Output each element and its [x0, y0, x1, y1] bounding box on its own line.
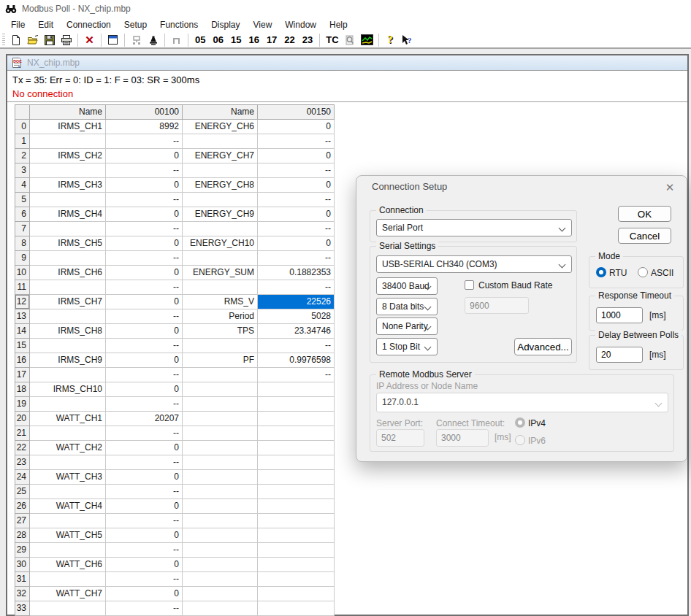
function-06-button[interactable]: 06: [209, 34, 226, 45]
grid-cell[interactable]: 0: [106, 207, 183, 222]
server-port-input[interactable]: [376, 429, 424, 447]
grid-cell[interactable]: ENERGY_CH7: [183, 149, 258, 163]
function-23-button[interactable]: 23: [299, 34, 316, 45]
grid-row-header[interactable]: 15: [15, 339, 30, 353]
grid-cell[interactable]: [30, 193, 106, 207]
grid-cell[interactable]: [258, 485, 335, 499]
function-17-button[interactable]: 17: [263, 34, 280, 45]
grid-row-header[interactable]: 10: [15, 266, 30, 280]
print-button[interactable]: [58, 33, 75, 47]
grid-cell[interactable]: --: [106, 339, 183, 353]
grid-cell[interactable]: 22526: [258, 295, 335, 309]
grid-cell[interactable]: [30, 251, 106, 266]
ascii-radio[interactable]: [638, 267, 648, 277]
display-setup-button[interactable]: [104, 33, 121, 47]
grid-cell[interactable]: Period: [183, 309, 258, 324]
grid-cell[interactable]: [258, 412, 335, 426]
grid-row-header[interactable]: 9: [15, 251, 30, 266]
grid-cell[interactable]: [30, 572, 106, 587]
grid-cell[interactable]: 0: [258, 178, 335, 193]
grid-cell[interactable]: 0: [106, 236, 183, 251]
grid-row-header[interactable]: 22: [15, 441, 30, 455]
grid-row-header[interactable]: 30: [15, 558, 30, 572]
grid-cell[interactable]: ENERGY_CH9: [183, 207, 258, 222]
grid-cell[interactable]: [258, 572, 335, 587]
grid-cell[interactable]: IRMS_CH1: [30, 120, 106, 134]
grid-row-header[interactable]: 3: [15, 163, 30, 178]
delay-input[interactable]: [596, 347, 643, 363]
grid-cell[interactable]: --: [106, 426, 183, 441]
menu-edit[interactable]: Edit: [31, 18, 60, 31]
grid-cell[interactable]: ENERGY_CH6: [183, 120, 258, 134]
test-center-doc-button[interactable]: [342, 33, 359, 47]
grid-cell[interactable]: 0: [258, 236, 335, 251]
grid-column-header[interactable]: Name: [183, 105, 258, 120]
context-help-button[interactable]: ?: [399, 33, 416, 47]
grid-cell[interactable]: [183, 543, 258, 558]
menu-help[interactable]: Help: [323, 18, 354, 31]
grid-cell[interactable]: --: [106, 543, 183, 558]
grid-cell[interactable]: [183, 193, 258, 207]
grid-cell[interactable]: --: [106, 601, 183, 616]
grid-cell[interactable]: [183, 397, 258, 412]
grid-cell[interactable]: 0: [106, 441, 183, 455]
grid-cell[interactable]: --: [258, 222, 335, 236]
grid-row-header[interactable]: 16: [15, 353, 30, 368]
grid-cell[interactable]: [183, 441, 258, 455]
baud-rate-select[interactable]: 38400 Baud: [376, 277, 438, 295]
grid-cell[interactable]: [30, 485, 106, 499]
function-22-button[interactable]: 22: [280, 34, 298, 45]
menu-view[interactable]: View: [247, 18, 279, 31]
grid-cell[interactable]: 5028: [258, 309, 335, 324]
grid-row-header[interactable]: 21: [15, 426, 30, 441]
grid-cell[interactable]: 0: [106, 558, 183, 572]
grid-cell[interactable]: [183, 222, 258, 236]
grid-cell[interactable]: [30, 426, 106, 441]
grid-cell[interactable]: 0: [106, 266, 183, 280]
grid-cell[interactable]: [258, 441, 335, 455]
grid-cell[interactable]: [183, 251, 258, 266]
grid-cell[interactable]: [30, 309, 106, 324]
grid-row-header[interactable]: 26: [15, 499, 30, 514]
ipv4-radio[interactable]: [515, 417, 525, 428]
grid-cell[interactable]: [30, 543, 106, 558]
grid-cell[interactable]: IRMS_CH2: [30, 149, 106, 163]
function-15-button[interactable]: 15: [227, 34, 245, 45]
grid-cell[interactable]: TPS: [183, 324, 258, 339]
grid-cell[interactable]: 0: [106, 353, 183, 368]
grid-cell[interactable]: [183, 470, 258, 485]
grid-cell[interactable]: IRMS_CH3: [30, 178, 106, 193]
grid-row-header[interactable]: 24: [15, 470, 30, 485]
grid-cell[interactable]: 0: [106, 499, 183, 514]
grid-cell[interactable]: [183, 514, 258, 528]
grid-cell[interactable]: [183, 572, 258, 587]
connect-timeout-input[interactable]: [436, 429, 489, 447]
grid-cell[interactable]: 0.9976598: [258, 353, 335, 368]
grid-row-header[interactable]: 1: [15, 134, 30, 149]
grid-cell[interactable]: --: [258, 163, 335, 178]
grid-cell[interactable]: --: [258, 280, 335, 295]
grid-cell[interactable]: [30, 368, 106, 382]
test-center-button[interactable]: TC: [323, 34, 341, 45]
menu-window[interactable]: Window: [278, 18, 323, 31]
grid-row-header[interactable]: 27: [15, 514, 30, 528]
grid-cell[interactable]: [30, 222, 106, 236]
grid-cell[interactable]: WATT_CH4: [30, 499, 106, 514]
grid-cell[interactable]: [183, 485, 258, 499]
quit-connection-button[interactable]: ✕: [81, 33, 98, 47]
grid-cell[interactable]: --: [106, 309, 183, 324]
grid-cell[interactable]: ENERGY_CH8: [183, 178, 258, 193]
grid-row-header[interactable]: 11: [15, 280, 30, 295]
ipv6-radio[interactable]: [515, 435, 525, 445]
grid-cell[interactable]: WATT_CH5: [30, 528, 106, 543]
menu-display[interactable]: Display: [205, 18, 246, 31]
grid-cell[interactable]: ENERGY_SUM: [183, 266, 258, 280]
grid-row-header[interactable]: 29: [15, 543, 30, 558]
grid-cell[interactable]: 0.1882353: [258, 266, 335, 280]
grid-cell[interactable]: [258, 397, 335, 412]
grid-row-header[interactable]: 6: [15, 207, 30, 222]
grid-cell[interactable]: 0: [106, 528, 183, 543]
grid-row-header[interactable]: 18: [15, 382, 30, 397]
grid-cell[interactable]: --: [106, 397, 183, 412]
grid-cell[interactable]: WATT_CH1: [30, 412, 106, 426]
